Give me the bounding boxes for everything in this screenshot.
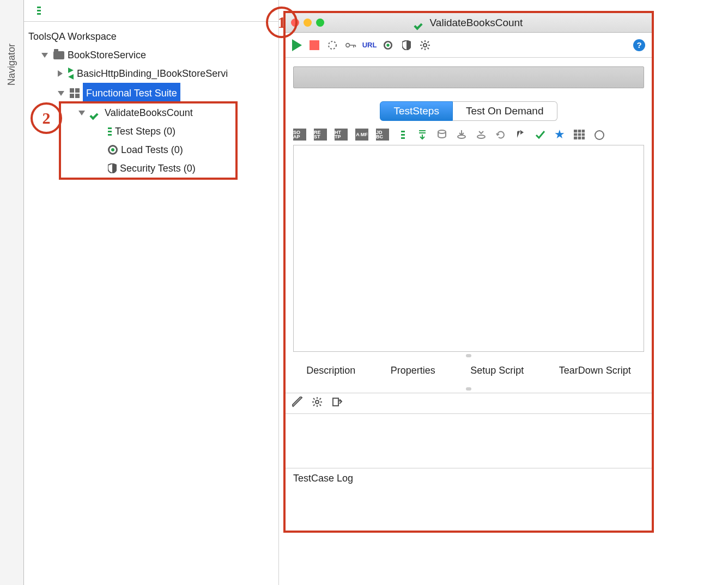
navigator-tree: ToolsQA Workspace BookStoreService Basic… xyxy=(24,22,278,180)
add-transfer-step[interactable] xyxy=(416,129,428,141)
tree-loadtests[interactable]: Load Tests (0) xyxy=(26,141,276,159)
log-title[interactable]: TestCase Log xyxy=(286,468,652,489)
progress-bar xyxy=(293,66,644,88)
svg-point-2 xyxy=(423,44,427,47)
add-soap-step[interactable]: SO AP xyxy=(293,129,306,141)
svg-line-10 xyxy=(428,41,429,43)
teststep-type-bar: SO AP RE ST HT TP A MF JD BC xyxy=(286,121,652,145)
teststeps-icon xyxy=(37,7,41,15)
tree-teststeps-label: Test Steps (0) xyxy=(115,122,175,141)
credentials-icon[interactable] xyxy=(345,40,356,51)
svg-line-28 xyxy=(320,398,321,400)
tab-teardownscript[interactable]: TearDown Script xyxy=(559,365,631,376)
log-area xyxy=(286,413,652,468)
check-icon xyxy=(415,17,426,28)
svg-point-1 xyxy=(346,43,350,47)
tree-testcase-label: ValidateBooksCount xyxy=(105,103,193,122)
add-amf-step[interactable]: A MF xyxy=(355,129,368,141)
stop-button[interactable] xyxy=(310,40,319,50)
svg-line-26 xyxy=(320,405,321,406)
run-button[interactable] xyxy=(292,39,302,51)
editor-titlebar[interactable]: ValidateBooksCount xyxy=(286,13,652,33)
tree-suite[interactable]: Functional Test Suite xyxy=(26,83,276,103)
tab-teststeps[interactable]: TestSteps xyxy=(380,101,452,121)
navigator-panel: ToolsQA Workspace BookStoreService Basic… xyxy=(24,0,279,585)
svg-line-7 xyxy=(421,41,423,43)
interface-icon xyxy=(68,68,74,80)
log-toolbar xyxy=(286,393,652,413)
add-datasource-step[interactable] xyxy=(436,129,448,141)
tree-project[interactable]: BookStoreService xyxy=(26,46,276,64)
tree-loadtests-label: Load Tests (0) xyxy=(121,141,183,159)
editor-tabs: TestSteps Test On Demand xyxy=(286,101,652,121)
chevron-down-icon[interactable] xyxy=(58,91,64,96)
tree-root-label: ToolsQA Workspace xyxy=(28,27,117,46)
svg-line-9 xyxy=(421,47,423,49)
add-goto-step[interactable] xyxy=(514,129,526,141)
tab-description[interactable]: Description xyxy=(306,365,355,376)
add-clock-step[interactable] xyxy=(593,129,605,141)
annotation-2: 2 xyxy=(31,102,62,134)
splitter[interactable] xyxy=(286,352,652,359)
clear-log-icon[interactable] xyxy=(292,397,303,410)
navigator-toolbar xyxy=(24,0,278,22)
svg-line-27 xyxy=(313,405,315,406)
tab-setupscript[interactable]: Setup Script xyxy=(470,365,524,376)
tab-testondemand[interactable]: Test On Demand xyxy=(453,101,557,121)
splitter[interactable] xyxy=(286,385,652,393)
detail-tabs: Description Properties Setup Script Tear… xyxy=(286,359,652,385)
svg-point-19 xyxy=(595,131,604,139)
gear-icon[interactable] xyxy=(312,397,323,410)
tree-binding[interactable]: BasicHttpBinding_IBookStoreServi xyxy=(26,64,276,83)
tree-securitytests-label: Security Tests (0) xyxy=(120,159,196,178)
url-icon[interactable]: URL xyxy=(364,40,375,51)
tree-project-label: BookStoreService xyxy=(68,46,146,64)
folder-icon xyxy=(53,51,64,59)
tab-properties[interactable]: Properties xyxy=(391,365,435,376)
gear-icon[interactable] xyxy=(420,40,430,51)
add-properties-step[interactable] xyxy=(397,129,409,141)
chevron-down-icon[interactable] xyxy=(78,111,85,115)
tree-securitytests[interactable]: Security Tests (0) xyxy=(26,159,276,178)
editor-title-text: ValidateBooksCount xyxy=(430,17,523,29)
shield-icon xyxy=(108,163,117,173)
testcase-editor: ValidateBooksCount URL xyxy=(283,11,654,533)
teststeps-icon xyxy=(108,127,112,136)
tree-teststeps[interactable]: Test Steps (0) xyxy=(26,122,276,141)
editor-title: ValidateBooksCount xyxy=(286,17,652,29)
tree-root[interactable]: ToolsQA Workspace xyxy=(26,27,276,46)
svg-rect-14 xyxy=(574,130,585,139)
help-button[interactable]: ? xyxy=(633,39,645,51)
add-loop-step[interactable] xyxy=(495,129,507,141)
svg-line-8 xyxy=(428,47,429,49)
chevron-right-icon[interactable] xyxy=(58,70,63,77)
tree-testcase[interactable]: ValidateBooksCount xyxy=(26,103,276,122)
svg-point-0 xyxy=(329,41,336,49)
add-favorite-step[interactable]: ★ xyxy=(554,129,566,141)
add-assertion-step[interactable] xyxy=(534,129,546,141)
loop-icon[interactable] xyxy=(327,40,338,51)
check-icon xyxy=(90,107,101,118)
svg-point-20 xyxy=(316,400,319,404)
navigator-tab[interactable]: Navigator xyxy=(0,0,24,585)
add-datasink-step[interactable] xyxy=(456,129,468,141)
shield-icon[interactable] xyxy=(401,40,412,51)
add-grid-step[interactable] xyxy=(573,129,585,141)
tree-binding-label: BasicHttpBinding_IBookStoreServi xyxy=(77,64,228,83)
export-icon[interactable] xyxy=(331,397,342,410)
loadtest-icon xyxy=(108,145,118,155)
add-jdbc-step[interactable]: JD BC xyxy=(376,129,389,141)
editor-toolbar: URL ? xyxy=(286,33,652,58)
svg-point-13 xyxy=(477,135,485,138)
svg-point-11 xyxy=(438,130,446,133)
teststeps-list[interactable] xyxy=(293,145,644,352)
add-http-step[interactable]: HT TP xyxy=(335,129,348,141)
add-rest-step[interactable]: RE ST xyxy=(314,129,327,141)
chevron-down-icon[interactable] xyxy=(41,53,48,58)
target-icon[interactable] xyxy=(383,40,393,51)
annotation-1: 1 xyxy=(266,7,298,38)
add-datagen-step[interactable] xyxy=(475,129,487,141)
navigator-label: Navigator xyxy=(6,44,17,86)
tree-suite-label: Functional Test Suite xyxy=(83,83,180,103)
testsuite-icon xyxy=(70,88,80,98)
